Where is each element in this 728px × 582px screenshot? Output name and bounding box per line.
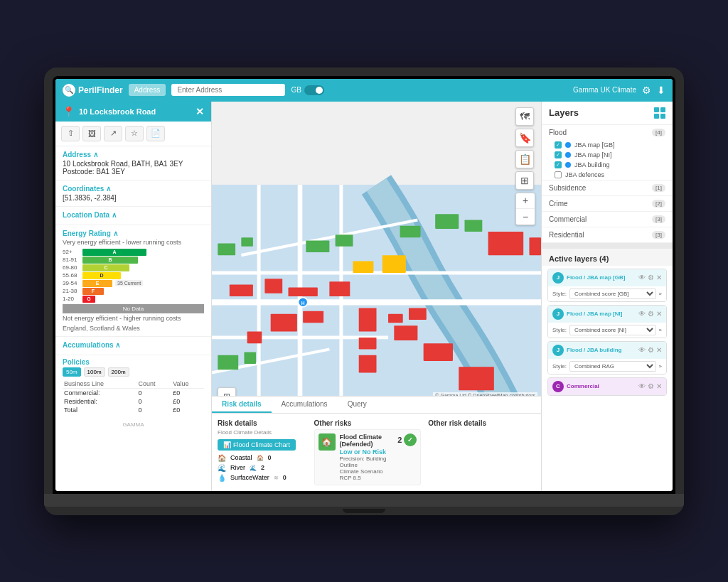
active-layer-2-eye[interactable]: 👁 xyxy=(638,310,646,318)
layer-jba-ni: ✓ JBA map [NI] xyxy=(542,150,673,160)
energy-bar-c: 69-80 C xyxy=(63,264,204,271)
active-layer-3-settings[interactable]: ⚙ xyxy=(648,346,654,354)
active-layer-1: J Flood / JBA map [GB] 👁 ⚙ ✕ Style: xyxy=(547,269,667,302)
active-layer-4-close[interactable]: ✕ xyxy=(656,382,662,390)
active-layer-1-eye[interactable]: 👁 xyxy=(638,274,646,281)
jba-ni-checkbox[interactable]: ✓ xyxy=(555,151,562,158)
address-input[interactable] xyxy=(171,84,285,96)
tab-accumulations[interactable]: Accumulations xyxy=(272,397,338,413)
active-layer-4-settings[interactable]: ⚙ xyxy=(648,382,654,390)
close-button[interactable]: ✕ xyxy=(196,106,204,117)
svg-rect-10 xyxy=(264,279,282,293)
doc-button[interactable]: 📄 xyxy=(146,126,165,141)
crime-category-title[interactable]: Crime [2] xyxy=(542,196,673,211)
active-layer-1-settings[interactable]: ⚙ xyxy=(648,274,654,281)
svg-rect-26 xyxy=(306,240,329,252)
location-data-label[interactable]: Location Data ∧ xyxy=(63,211,204,219)
country-toggle[interactable]: GB xyxy=(291,85,323,95)
active-layer-2-style-select[interactable]: Combined score [NI] xyxy=(569,325,656,335)
svg-rect-31 xyxy=(382,255,406,273)
map-list-button[interactable]: 📋 xyxy=(515,150,534,168)
active-layer-3-close[interactable]: ✕ xyxy=(656,346,662,354)
active-layer-1-bottom: Style: Combined score [GB] » xyxy=(548,286,666,301)
layers-title: Layers xyxy=(549,107,579,118)
data-table: Business Line Count Value Commercial: 0 … xyxy=(63,379,204,414)
active-layer-3-eye[interactable]: 👁 xyxy=(638,346,646,354)
active-layer-2-settings[interactable]: ⚙ xyxy=(648,310,654,318)
map-bookmark-button[interactable]: 🔖 xyxy=(515,129,534,147)
risk-card-score-area: 2 ✓ xyxy=(397,433,417,446)
toggle-pill[interactable] xyxy=(304,85,324,95)
tab-risk-details[interactable]: Risk details xyxy=(212,397,272,413)
row1-value: £0 xyxy=(171,388,204,397)
energy-range-d: 55-68 xyxy=(63,272,80,279)
layer-category-residential: Residential [3] xyxy=(542,227,673,243)
commercial-label: Commercial xyxy=(549,215,587,223)
flood-chart-button[interactable]: 📊 Flood Climate Chart xyxy=(218,439,296,451)
map-grid-button[interactable]: ⊞ xyxy=(515,171,534,190)
coordinates-label[interactable]: Coordinates ∧ xyxy=(63,185,204,193)
energy-bar-label-e: E xyxy=(82,280,112,287)
active-layer-2-name: Flood / JBA map [NI] xyxy=(567,311,636,317)
share-button[interactable]: ⇧ xyxy=(61,126,80,141)
jba-gb-checkbox[interactable]: ✓ xyxy=(555,141,562,149)
layers-grid-icon[interactable] xyxy=(654,107,665,119)
active-layer-1-close[interactable]: ✕ xyxy=(656,274,662,281)
subsidence-category-title[interactable]: Subsidence [1] xyxy=(542,180,673,195)
commercial-category-title[interactable]: Commercial [3] xyxy=(542,212,673,227)
svg-rect-27 xyxy=(336,235,353,247)
svg-rect-15 xyxy=(359,355,377,372)
svg-rect-17 xyxy=(409,308,427,320)
crime-badge: [2] xyxy=(652,200,665,208)
grid-cell-2 xyxy=(660,107,665,112)
col-count: Count xyxy=(136,379,171,389)
policies-label: Policies xyxy=(63,358,204,366)
active-layer-4-eye[interactable]: 👁 xyxy=(638,382,646,390)
zoom-in-button[interactable]: + xyxy=(516,193,535,209)
address-label[interactable]: Address ∧ xyxy=(63,151,204,158)
dist-200m[interactable]: 200m xyxy=(108,367,129,377)
energy-bar-label-c: C xyxy=(82,264,129,271)
active-layer-1-letter: J xyxy=(552,272,564,284)
svg-rect-33 xyxy=(529,237,541,255)
map-container[interactable]: H 🗺 🔖 📋 ⊞ + − ⊞ xyxy=(212,102,541,491)
star-button[interactable]: ☆ xyxy=(125,126,144,141)
address-section: Address ∧ 10 Locksbrook Road, BATH, BA1 … xyxy=(55,146,211,180)
jba-defences-checkbox[interactable] xyxy=(555,171,562,178)
energy-rating-label[interactable]: Energy Rating ∧ xyxy=(63,230,204,237)
address-tab[interactable]: Address xyxy=(129,84,166,96)
risk-card-content: Flood Climate (Defended) Low or No Risk … xyxy=(340,433,394,481)
zoom-out-button[interactable]: − xyxy=(516,209,535,225)
jba-building-checkbox[interactable]: ✓ xyxy=(555,161,562,168)
active-layer-1-style-select[interactable]: Combined score [GB] xyxy=(569,289,656,299)
active-layer-2-top: J Flood / JBA map [NI] 👁 ⚙ ✕ xyxy=(548,306,666,323)
surface-label: SurfaceWater xyxy=(230,474,269,481)
dist-50m[interactable]: 50m xyxy=(63,367,81,377)
settings-icon[interactable]: ⚙ xyxy=(642,85,651,96)
image-button[interactable]: 🖼 xyxy=(82,126,101,141)
expand-button[interactable]: ↗ xyxy=(104,126,122,141)
dist-100m[interactable]: 100m xyxy=(84,367,105,377)
flood-category-title[interactable]: Flood [4] xyxy=(542,125,673,140)
map-layer-button[interactable]: 🗺 xyxy=(515,107,534,126)
app-title: PerilFinder xyxy=(78,85,123,95)
accumulations-label[interactable]: Accumulations ∧ xyxy=(63,341,204,349)
residential-category-title[interactable]: Residential [3] xyxy=(542,227,673,242)
active-layer-1-arrow: » xyxy=(659,291,662,297)
surface-icon2: ≋ xyxy=(274,475,279,481)
energy-range-g: 1-20 xyxy=(63,296,80,302)
risk-card-subtitle: Low or No Risk xyxy=(340,448,394,456)
active-layer-3-style-select[interactable]: Combined RAG xyxy=(569,361,656,372)
gamma-text: GAMMA xyxy=(122,421,144,428)
active-layer-2-close[interactable]: ✕ xyxy=(656,310,662,318)
flood-label: Flood xyxy=(549,129,567,136)
commercial-badge: [3] xyxy=(652,215,665,223)
table-row: Total 0 £0 xyxy=(63,406,204,414)
layer-category-commercial: Commercial [3] xyxy=(542,212,673,227)
tab-query[interactable]: Query xyxy=(338,397,377,413)
download-icon[interactable]: ⬇ xyxy=(657,85,665,96)
active-layer-2: J Flood / JBA map [NI] 👁 ⚙ ✕ Style: xyxy=(547,305,667,338)
region-label: England, Scotland & Wales xyxy=(63,325,204,332)
river-label: River xyxy=(230,464,245,471)
nav-right: Gamma UK Climate ⚙ ⬇ xyxy=(573,85,665,96)
